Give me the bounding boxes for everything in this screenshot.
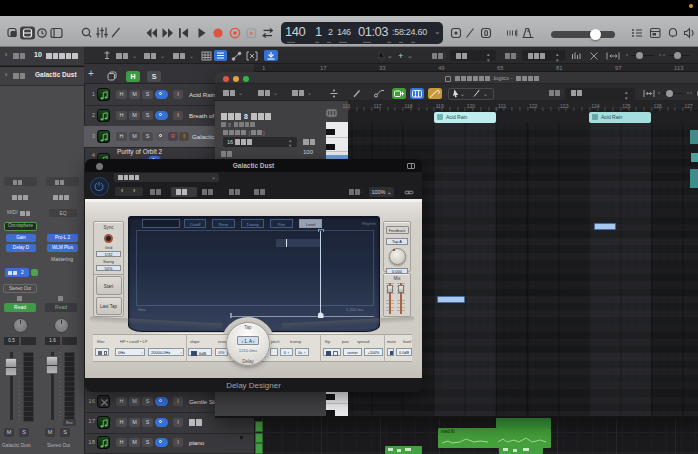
svg-text:+: + bbox=[398, 51, 403, 61]
svg-text:⌄: ⌄ bbox=[387, 52, 393, 59]
svg-text:⌄: ⌄ bbox=[407, 52, 413, 59]
svg-text:⌄: ⌄ bbox=[483, 91, 488, 97]
svg-text:⌄: ⌄ bbox=[460, 91, 465, 97]
